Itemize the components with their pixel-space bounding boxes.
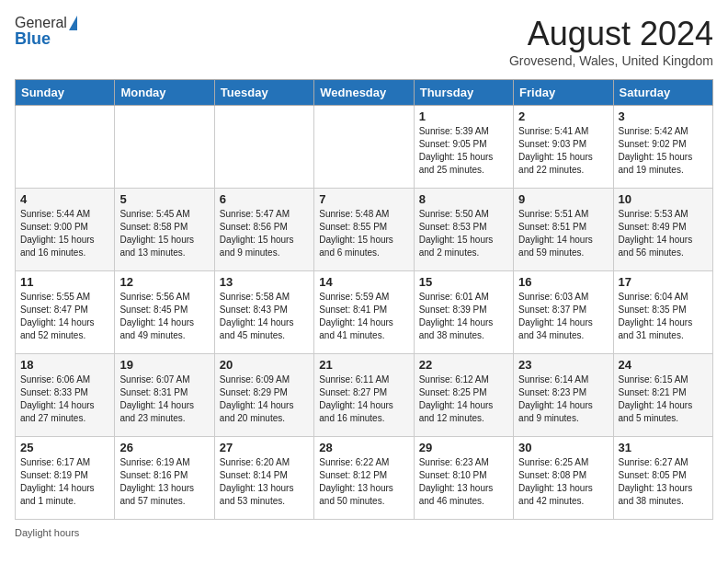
calendar-cell: 19Sunrise: 6:07 AM Sunset: 8:31 PM Dayli… bbox=[115, 354, 214, 437]
calendar-cell: 15Sunrise: 6:01 AM Sunset: 8:39 PM Dayli… bbox=[414, 271, 513, 354]
calendar-cell: 26Sunrise: 6:19 AM Sunset: 8:16 PM Dayli… bbox=[115, 437, 214, 520]
day-number: 27 bbox=[220, 441, 309, 454]
day-info: Sunrise: 5:51 AM Sunset: 8:51 PM Dayligh… bbox=[518, 208, 608, 259]
calendar-cell: 29Sunrise: 6:23 AM Sunset: 8:10 PM Dayli… bbox=[414, 437, 513, 520]
title-block: August 2024 Grovesend, Wales, United Kin… bbox=[509, 15, 713, 68]
weekday-header-saturday: Saturday bbox=[613, 80, 712, 106]
day-info: Sunrise: 5:47 AM Sunset: 8:56 PM Dayligh… bbox=[220, 208, 309, 259]
day-number: 5 bbox=[119, 192, 209, 206]
calendar-cell: 5Sunrise: 5:45 AM Sunset: 8:58 PM Daylig… bbox=[115, 189, 214, 271]
day-number: 9 bbox=[518, 192, 608, 206]
calendar-cell: 28Sunrise: 6:22 AM Sunset: 8:12 PM Dayli… bbox=[314, 437, 414, 520]
day-info: Sunrise: 6:07 AM Sunset: 8:31 PM Dayligh… bbox=[119, 373, 209, 425]
calendar-week-4: 18Sunrise: 6:06 AM Sunset: 8:33 PM Dayli… bbox=[16, 354, 713, 437]
location-subtitle: Grovesend, Wales, United Kingdom bbox=[509, 53, 713, 68]
day-info: Sunrise: 6:15 AM Sunset: 8:21 PM Dayligh… bbox=[619, 373, 708, 425]
weekday-header-monday: Monday bbox=[115, 80, 214, 106]
day-info: Sunrise: 6:23 AM Sunset: 8:10 PM Dayligh… bbox=[419, 456, 508, 508]
day-number: 26 bbox=[119, 441, 209, 454]
day-number: 22 bbox=[419, 358, 508, 372]
footer: Daylight hours bbox=[15, 527, 713, 538]
day-info: Sunrise: 6:20 AM Sunset: 8:14 PM Dayligh… bbox=[220, 456, 309, 508]
month-title: August 2024 bbox=[509, 15, 713, 53]
calendar-cell bbox=[115, 106, 214, 189]
day-number: 7 bbox=[319, 192, 408, 206]
calendar-cell: 31Sunrise: 6:27 AM Sunset: 8:05 PM Dayli… bbox=[613, 437, 712, 520]
day-number: 21 bbox=[319, 358, 408, 372]
day-info: Sunrise: 6:09 AM Sunset: 8:29 PM Dayligh… bbox=[220, 373, 309, 425]
day-number: 3 bbox=[619, 109, 708, 123]
day-number: 10 bbox=[619, 192, 708, 206]
day-info: Sunrise: 6:03 AM Sunset: 8:37 PM Dayligh… bbox=[518, 291, 608, 342]
calendar-cell: 25Sunrise: 6:17 AM Sunset: 8:19 PM Dayli… bbox=[16, 437, 115, 520]
calendar-week-3: 11Sunrise: 5:55 AM Sunset: 8:47 PM Dayli… bbox=[16, 271, 713, 354]
day-info: Sunrise: 6:17 AM Sunset: 8:19 PM Dayligh… bbox=[20, 456, 109, 508]
day-info: Sunrise: 5:39 AM Sunset: 9:05 PM Dayligh… bbox=[419, 125, 508, 177]
day-number: 19 bbox=[119, 358, 209, 372]
logo-blue-text: Blue bbox=[15, 29, 51, 49]
day-number: 23 bbox=[518, 358, 608, 372]
day-number: 24 bbox=[619, 358, 708, 372]
day-number: 31 bbox=[619, 441, 708, 454]
weekday-header-wednesday: Wednesday bbox=[314, 80, 414, 106]
calendar-cell: 13Sunrise: 5:58 AM Sunset: 8:43 PM Dayli… bbox=[214, 271, 313, 354]
calendar-cell: 8Sunrise: 5:50 AM Sunset: 8:53 PM Daylig… bbox=[414, 189, 513, 271]
day-info: Sunrise: 6:06 AM Sunset: 8:33 PM Dayligh… bbox=[20, 373, 109, 425]
calendar-cell: 2Sunrise: 5:41 AM Sunset: 9:03 PM Daylig… bbox=[514, 106, 613, 189]
day-info: Sunrise: 6:22 AM Sunset: 8:12 PM Dayligh… bbox=[319, 456, 408, 508]
day-info: Sunrise: 6:01 AM Sunset: 8:39 PM Dayligh… bbox=[419, 291, 508, 342]
day-info: Sunrise: 5:44 AM Sunset: 9:00 PM Dayligh… bbox=[20, 208, 109, 259]
weekday-header-thursday: Thursday bbox=[414, 80, 513, 106]
day-info: Sunrise: 5:41 AM Sunset: 9:03 PM Dayligh… bbox=[518, 125, 608, 177]
calendar-cell bbox=[314, 106, 414, 189]
day-number: 14 bbox=[319, 275, 408, 289]
calendar-cell: 17Sunrise: 6:04 AM Sunset: 8:35 PM Dayli… bbox=[613, 271, 712, 354]
day-info: Sunrise: 6:11 AM Sunset: 8:27 PM Dayligh… bbox=[319, 373, 408, 425]
calendar-table: SundayMondayTuesdayWednesdayThursdayFrid… bbox=[15, 79, 713, 520]
day-number: 16 bbox=[518, 275, 608, 289]
day-info: Sunrise: 6:14 AM Sunset: 8:23 PM Dayligh… bbox=[518, 373, 608, 425]
day-info: Sunrise: 5:48 AM Sunset: 8:55 PM Dayligh… bbox=[319, 208, 408, 259]
day-number: 15 bbox=[419, 275, 508, 289]
day-info: Sunrise: 5:55 AM Sunset: 8:47 PM Dayligh… bbox=[20, 291, 109, 342]
day-number: 6 bbox=[220, 192, 309, 206]
calendar-cell: 30Sunrise: 6:25 AM Sunset: 8:08 PM Dayli… bbox=[514, 437, 613, 520]
calendar-cell: 18Sunrise: 6:06 AM Sunset: 8:33 PM Dayli… bbox=[16, 354, 115, 437]
day-number: 12 bbox=[119, 275, 209, 289]
day-number: 13 bbox=[220, 275, 309, 289]
day-info: Sunrise: 6:04 AM Sunset: 8:35 PM Dayligh… bbox=[619, 291, 708, 342]
weekday-header-friday: Friday bbox=[514, 80, 613, 106]
calendar-week-5: 25Sunrise: 6:17 AM Sunset: 8:19 PM Dayli… bbox=[16, 437, 713, 520]
day-number: 11 bbox=[20, 275, 109, 289]
calendar-cell: 4Sunrise: 5:44 AM Sunset: 9:00 PM Daylig… bbox=[16, 189, 115, 271]
calendar-cell bbox=[214, 106, 313, 189]
day-info: Sunrise: 5:42 AM Sunset: 9:02 PM Dayligh… bbox=[619, 125, 708, 177]
calendar-cell: 11Sunrise: 5:55 AM Sunset: 8:47 PM Dayli… bbox=[16, 271, 115, 354]
calendar-week-1: 1Sunrise: 5:39 AM Sunset: 9:05 PM Daylig… bbox=[16, 106, 713, 189]
day-number: 30 bbox=[518, 441, 608, 454]
calendar-cell: 22Sunrise: 6:12 AM Sunset: 8:25 PM Dayli… bbox=[414, 354, 513, 437]
day-number: 25 bbox=[20, 441, 109, 454]
calendar-cell: 10Sunrise: 5:53 AM Sunset: 8:49 PM Dayli… bbox=[613, 189, 712, 271]
day-info: Sunrise: 6:25 AM Sunset: 8:08 PM Dayligh… bbox=[518, 456, 608, 508]
day-number: 4 bbox=[20, 192, 109, 206]
calendar-cell bbox=[16, 106, 115, 189]
day-number: 2 bbox=[518, 109, 608, 123]
day-info: Sunrise: 5:56 AM Sunset: 8:45 PM Dayligh… bbox=[119, 291, 209, 342]
day-number: 8 bbox=[419, 192, 508, 206]
daylight-label: Daylight hours bbox=[15, 527, 79, 538]
calendar-cell: 12Sunrise: 5:56 AM Sunset: 8:45 PM Dayli… bbox=[115, 271, 214, 354]
calendar-cell: 9Sunrise: 5:51 AM Sunset: 8:51 PM Daylig… bbox=[514, 189, 613, 271]
calendar-cell: 1Sunrise: 5:39 AM Sunset: 9:05 PM Daylig… bbox=[414, 106, 513, 189]
day-info: Sunrise: 6:19 AM Sunset: 8:16 PM Dayligh… bbox=[119, 456, 209, 508]
day-info: Sunrise: 5:50 AM Sunset: 8:53 PM Dayligh… bbox=[419, 208, 508, 259]
day-number: 1 bbox=[419, 109, 508, 123]
weekday-header-sunday: Sunday bbox=[16, 80, 115, 106]
day-info: Sunrise: 5:45 AM Sunset: 8:58 PM Dayligh… bbox=[119, 208, 209, 259]
weekday-header-row: SundayMondayTuesdayWednesdayThursdayFrid… bbox=[16, 80, 713, 106]
calendar-cell: 20Sunrise: 6:09 AM Sunset: 8:29 PM Dayli… bbox=[214, 354, 313, 437]
calendar-cell: 23Sunrise: 6:14 AM Sunset: 8:23 PM Dayli… bbox=[514, 354, 613, 437]
calendar-cell: 16Sunrise: 6:03 AM Sunset: 8:37 PM Dayli… bbox=[514, 271, 613, 354]
day-number: 18 bbox=[20, 358, 109, 372]
page-header: General Blue August 2024 Grovesend, Wale… bbox=[15, 15, 713, 68]
